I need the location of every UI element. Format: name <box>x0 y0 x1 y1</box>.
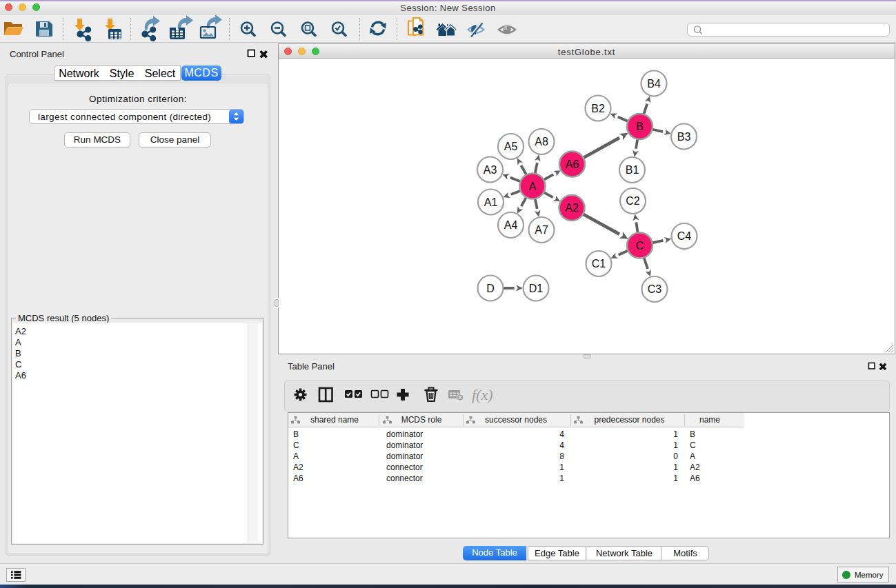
svg-text:B: B <box>636 121 644 132</box>
svg-text:f(x): f(x) <box>472 386 493 403</box>
svg-text:C4: C4 <box>677 230 692 242</box>
svg-text:A5: A5 <box>504 141 518 152</box>
svg-text:C: C <box>636 240 644 252</box>
svg-text:C3: C3 <box>648 283 662 295</box>
svg-text:B2: B2 <box>591 103 605 114</box>
svg-text:C2: C2 <box>626 195 640 207</box>
svg-text:A2: A2 <box>565 202 579 214</box>
svg-text:A: A <box>529 181 537 192</box>
svg-text:A8: A8 <box>535 136 548 148</box>
svg-text:D: D <box>486 283 495 294</box>
svg-text:A3: A3 <box>484 164 497 176</box>
svg-text:A4: A4 <box>504 219 518 231</box>
svg-text:B3: B3 <box>677 131 691 143</box>
svg-text:B4: B4 <box>647 78 661 90</box>
svg-text:D1: D1 <box>529 283 544 294</box>
svg-text:A7: A7 <box>535 224 548 236</box>
svg-text:A1: A1 <box>484 196 498 208</box>
svg-text:B1: B1 <box>626 164 639 176</box>
svg-text:C1: C1 <box>592 258 606 270</box>
svg-text:A6: A6 <box>566 159 579 170</box>
